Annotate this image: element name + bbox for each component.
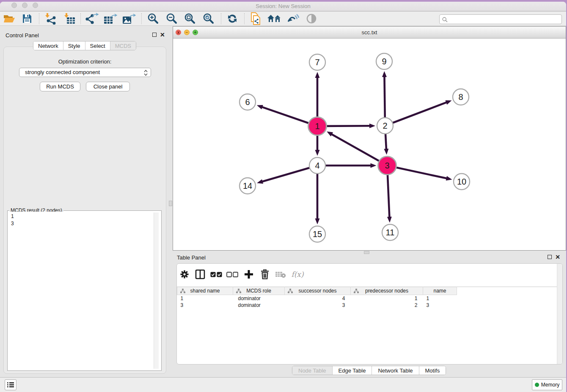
column-layout-icon[interactable] xyxy=(193,268,207,281)
zoom-in-icon[interactable] xyxy=(146,12,160,25)
zoom-selected-icon[interactable] xyxy=(201,12,216,25)
node-label-15: 15 xyxy=(313,229,322,239)
memory-button[interactable]: Memory xyxy=(532,379,562,390)
edge-arrowhead xyxy=(315,72,320,78)
run-mcds-button[interactable]: Run MCDS xyxy=(40,82,80,91)
select-all-columns-icon[interactable] xyxy=(209,268,223,281)
node-label-11: 11 xyxy=(386,228,395,237)
delete-column-icon[interactable] xyxy=(258,268,272,281)
edge-arrowhead xyxy=(384,149,388,155)
search-input[interactable] xyxy=(449,15,560,23)
node-label-14: 14 xyxy=(243,181,252,190)
node-label-6: 6 xyxy=(245,97,250,107)
search-icon xyxy=(442,17,448,22)
deselect-all-columns-icon[interactable] xyxy=(225,268,239,281)
refresh-icon[interactable] xyxy=(225,12,239,25)
node-label-4: 4 xyxy=(315,161,319,170)
table-tabs: Node TableEdge TableNetwork TableMotifs xyxy=(292,366,446,375)
tab-network[interactable]: Network xyxy=(33,41,63,50)
edge-arrowhead xyxy=(315,150,320,156)
add-column-icon[interactable] xyxy=(242,268,256,281)
import-table-icon[interactable] xyxy=(63,12,77,25)
table-panel-title: Table Panel xyxy=(177,254,206,261)
zoom-fit-icon[interactable] xyxy=(183,12,197,25)
close-table-panel-icon[interactable]: ✕ xyxy=(555,255,560,259)
network-graph[interactable]: 7968124314101511 xyxy=(173,39,566,251)
criterion-value: strongly connected component xyxy=(25,69,100,75)
float-panel-icon[interactable] xyxy=(152,33,157,37)
column-header-shared-name[interactable]: shared name xyxy=(177,287,233,295)
hierarchy-icon xyxy=(236,289,241,293)
optimization-criterion-label: Optimization criterion: xyxy=(4,58,166,65)
main-toolbar xyxy=(0,11,566,26)
splitter-handle-left[interactable] xyxy=(169,201,172,206)
criterion-select[interactable]: strongly connected component xyxy=(19,68,151,77)
table-row[interactable]: 1dominator411 xyxy=(177,295,557,302)
tab-edge-table[interactable]: Edge Table xyxy=(332,366,372,375)
home-icon[interactable] xyxy=(267,12,282,25)
memory-status-icon xyxy=(535,383,539,387)
import-network-icon[interactable] xyxy=(44,12,58,25)
edge-arrowhead xyxy=(371,163,377,168)
tab-node-table[interactable]: Node Table xyxy=(292,366,332,375)
column-header-predecessor-nodes[interactable]: predecessor nodes xyxy=(351,287,423,295)
task-history-button[interactable] xyxy=(5,379,17,390)
column-header-name[interactable]: name xyxy=(423,287,457,295)
tab-motifs[interactable]: Motifs xyxy=(419,366,446,375)
control-panel-title: Control Panel xyxy=(6,32,39,39)
copy-network-icon[interactable] xyxy=(249,12,263,25)
edge-arrowhead xyxy=(315,218,320,224)
export-table-icon[interactable] xyxy=(103,12,118,25)
delete-table-icon[interactable] xyxy=(273,268,288,281)
edge-arrowhead xyxy=(327,132,333,137)
function-builder-icon[interactable]: f(x) xyxy=(289,268,306,281)
node-label-8: 8 xyxy=(458,92,463,102)
network-window-title: scc.txt xyxy=(173,29,566,36)
edge-arrowhead xyxy=(446,176,452,181)
node-label-3: 3 xyxy=(385,161,389,170)
select-stepper-icon xyxy=(144,69,148,76)
mcds-scrollbar[interactable] xyxy=(154,213,159,369)
edge-4-14[interactable] xyxy=(262,166,317,182)
tab-network-table[interactable]: Network Table xyxy=(372,366,418,375)
table-row[interactable]: 3dominator323 xyxy=(177,302,557,309)
search-box xyxy=(439,14,562,24)
tab-mcds[interactable]: MCDS xyxy=(110,41,136,50)
eye-icon[interactable] xyxy=(304,12,319,25)
tab-style[interactable]: Style xyxy=(63,41,85,50)
control-panel: Control Panel ✕ NetworkStyleSelectMCDS O… xyxy=(0,26,169,377)
table-settings-gear-icon[interactable] xyxy=(177,268,192,281)
hierarchy-icon xyxy=(180,289,185,293)
tab-select[interactable]: Select xyxy=(85,41,110,50)
hide-panel-icon[interactable] xyxy=(286,12,300,25)
node-table: shared nameMCDS rolesuccessor nodesprede… xyxy=(177,287,557,309)
node-label-10: 10 xyxy=(457,177,466,186)
column-header-successor-nodes[interactable]: successor nodes xyxy=(285,287,351,295)
edge-arrowhead xyxy=(257,179,263,184)
edge-arrowhead xyxy=(369,124,375,128)
node-label-7: 7 xyxy=(315,58,319,67)
memory-label: Memory xyxy=(541,382,559,388)
export-network-icon[interactable] xyxy=(85,12,99,25)
mcds-result-text[interactable]: 13 xyxy=(8,212,160,370)
close-panel-icon[interactable]: ✕ xyxy=(160,33,165,37)
node-label-1: 1 xyxy=(315,121,319,131)
export-image-icon[interactable] xyxy=(122,12,136,25)
zoom-out-icon[interactable] xyxy=(165,12,179,25)
app-window: Session: New Session xyxy=(0,2,566,392)
edge-arrowhead xyxy=(257,105,263,109)
open-session-icon[interactable] xyxy=(2,12,17,25)
mcds-tab-content: Optimization criterion: strongly connect… xyxy=(3,47,166,374)
float-table-panel-icon[interactable] xyxy=(548,255,552,259)
mcds-result-box: MCDS result (2 nodes) 13 xyxy=(7,210,162,371)
node-table-container: f(x) shared nameMCDS rolesuccessor nodes… xyxy=(176,263,563,364)
network-window-titlebar[interactable]: x − + scc.txt xyxy=(173,27,566,39)
table-scrollbar[interactable] xyxy=(557,264,562,364)
save-session-icon[interactable] xyxy=(20,12,34,25)
hierarchy-icon xyxy=(288,289,293,293)
column-header-MCDS-role[interactable]: MCDS role xyxy=(233,287,285,295)
edge-2-8[interactable] xyxy=(385,102,447,126)
list-icon xyxy=(7,382,14,388)
edge-arrowhead xyxy=(382,71,387,77)
close-panel-button[interactable]: Close panel xyxy=(86,82,130,91)
